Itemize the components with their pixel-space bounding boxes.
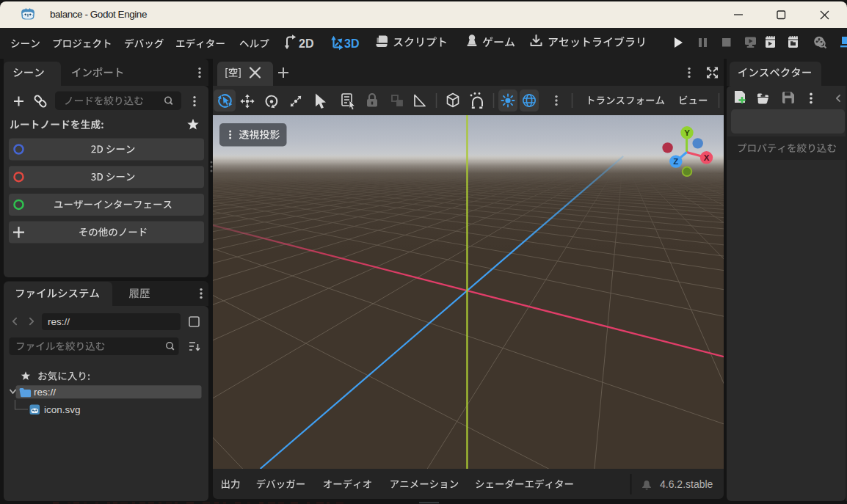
svg-text:X: X	[704, 153, 710, 162]
svg-text:2D: 2D	[299, 37, 313, 50]
svg-text:res://: res://	[34, 387, 56, 398]
svg-text:icon.svg: icon.svg	[44, 404, 81, 415]
svg-text:Y: Y	[684, 128, 690, 137]
svg-text:Z: Z	[673, 157, 678, 166]
svg-text:res://: res://	[48, 316, 70, 327]
svg-text:4.6.2.stable: 4.6.2.stable	[660, 478, 713, 490]
svg-text:3D: 3D	[344, 37, 359, 50]
